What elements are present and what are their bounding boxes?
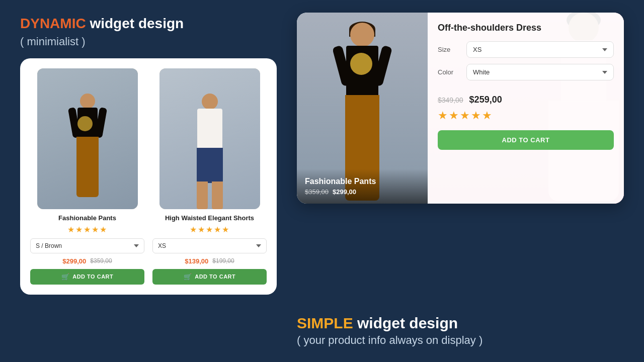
add-to-cart-button-2[interactable]: 🛒 ADD TO CART xyxy=(152,269,267,285)
simple-headline: SIMPLE widget design xyxy=(297,315,482,332)
product-name-1: Fashionable Pants xyxy=(58,214,116,222)
overlay-price-old: $359,00 xyxy=(305,188,329,196)
product-stars-2: ★★★★★ xyxy=(190,225,230,234)
simple-subheadline: ( your product info always on display ) xyxy=(297,334,482,347)
cart-icon-2: 🛒 xyxy=(184,273,192,281)
price-sale-2: $139,00 xyxy=(185,257,208,265)
dynamic-product-detail: Off-the-shoulders Dress Size XS S M L XL… xyxy=(428,13,624,204)
product-name-2: High Waisted Elegant Shorts xyxy=(165,214,254,222)
detail-overlay: Off-the-shoulders Dress Size XS S M L XL… xyxy=(428,13,624,204)
price-original-2: $199,00 xyxy=(212,257,234,264)
cart-icon-1: 🛒 xyxy=(61,273,70,281)
price-row-2: $139,00 $199,00 xyxy=(185,257,234,265)
price-original-1: $359,00 xyxy=(90,257,112,264)
variant-select-2[interactable]: XS S M L xyxy=(152,238,267,253)
simple-label: SIMPLE xyxy=(297,315,353,331)
color-label: Color xyxy=(438,68,460,76)
add-to-cart-button-1[interactable]: 🛒 ADD TO CART xyxy=(30,269,144,285)
add-to-cart-label-1: ADD TO CART xyxy=(72,274,113,280)
size-option-row: Size XS S M L XL xyxy=(438,41,614,58)
pants-overlay-text: Fashionable Pants $359,00 $299,00 xyxy=(297,169,428,204)
variant-select-1[interactable]: S / Brown S / Black M / Brown xyxy=(30,238,144,253)
overlay-product-name: Fashionable Pants xyxy=(305,177,420,186)
overlay-price-new: $299,00 xyxy=(333,188,356,196)
detail-price-row: $349,00 $259,00 xyxy=(438,95,614,105)
detail-add-to-cart-button[interactable]: ADD TO CART xyxy=(438,130,614,150)
left-section: DYNAMIC widget design ( minimialist ) Fa xyxy=(0,0,292,362)
dynamic-widget-card: Fashionable Pants $359,00 $299,00 Off xyxy=(297,13,624,204)
product-stars-1: ★★★★★ xyxy=(67,225,108,234)
price-row-1: $299,00 $359,00 xyxy=(62,257,112,265)
simple-headline-rest: widget design xyxy=(353,315,458,331)
detail-price-original: $349,00 xyxy=(438,96,463,104)
color-select[interactable]: White Black Pink Blue xyxy=(466,64,614,80)
color-option-row: Color White Black Pink Blue xyxy=(438,64,614,80)
subheadline: ( minimialist ) xyxy=(20,35,277,48)
overlay-price-row: $359,00 $299,00 xyxy=(305,188,420,196)
detail-product-name: Off-the-shoulders Dress xyxy=(438,23,614,33)
product-card-1: Fashionable Pants ★★★★★ S / Brown S / Bl… xyxy=(30,68,144,285)
dynamic-product-image: Fashionable Pants $359,00 $299,00 xyxy=(297,13,428,204)
product-image-shorts xyxy=(159,68,260,209)
price-sale-1: $299,00 xyxy=(62,257,86,265)
detail-stars: ★★★★★ xyxy=(438,109,614,122)
detail-price-sale: $259,00 xyxy=(469,95,502,105)
size-select[interactable]: XS S M L XL xyxy=(466,41,614,58)
right-section: Fashionable Pants $359,00 $299,00 Off xyxy=(292,0,644,362)
size-label: Size xyxy=(438,46,460,53)
add-to-cart-label-2: ADD TO CART xyxy=(195,274,235,280)
dynamic-label: DYNAMIC xyxy=(20,16,86,31)
product-card-2: High Waisted Elegant Shorts ★★★★★ XS S M… xyxy=(152,68,267,285)
headline: DYNAMIC widget design xyxy=(20,15,277,32)
headline-rest: widget design xyxy=(86,16,184,31)
simple-widget-text: SIMPLE widget design ( your product info… xyxy=(297,315,482,347)
product-image-pants xyxy=(37,68,138,209)
product-widget: Fashionable Pants ★★★★★ S / Brown S / Bl… xyxy=(20,58,277,295)
